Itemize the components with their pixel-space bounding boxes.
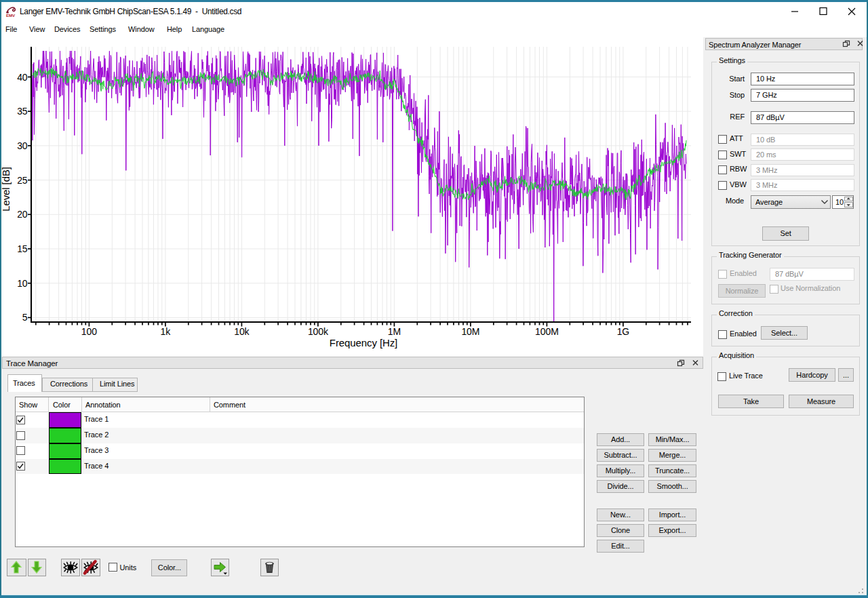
svg-text:35: 35 xyxy=(17,106,28,117)
svg-text:40: 40 xyxy=(17,72,28,83)
svg-text:1k: 1k xyxy=(161,326,172,337)
svg-text:20: 20 xyxy=(17,209,28,220)
svg-text:30: 30 xyxy=(17,140,28,151)
svg-text:10k: 10k xyxy=(234,326,250,337)
svg-text:Level [dB]: Level [dB] xyxy=(0,167,12,212)
svg-text:100M: 100M xyxy=(535,326,559,337)
svg-text:100k: 100k xyxy=(308,326,329,337)
svg-text:15: 15 xyxy=(17,243,28,254)
svg-text:25: 25 xyxy=(17,175,28,186)
svg-text:1M: 1M xyxy=(388,326,401,337)
svg-text:10: 10 xyxy=(17,278,28,289)
svg-text:10M: 10M xyxy=(461,326,479,337)
svg-text:100: 100 xyxy=(81,326,97,337)
svg-text:5: 5 xyxy=(22,312,28,323)
svg-text:Frequency [Hz]: Frequency [Hz] xyxy=(330,337,397,348)
svg-text:1G: 1G xyxy=(617,326,629,337)
